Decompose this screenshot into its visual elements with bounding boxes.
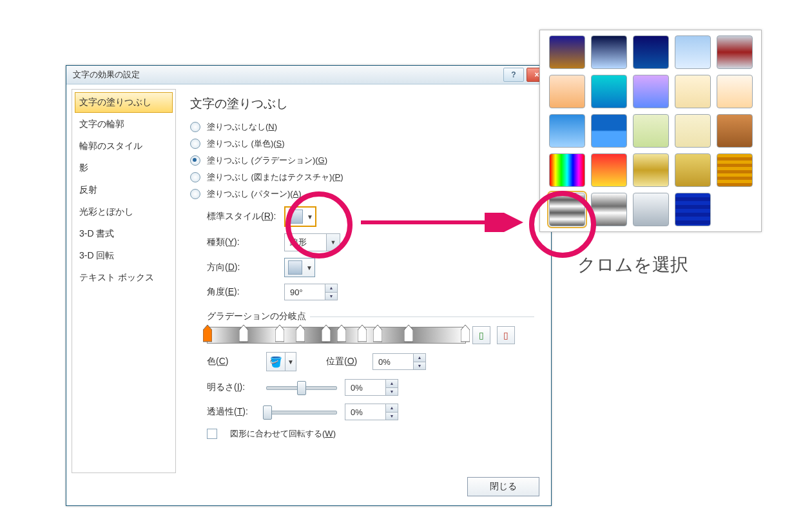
titlebar[interactable]: 文字の効果の設定 ? × bbox=[66, 66, 551, 84]
type-combo[interactable]: 線形 ▼ bbox=[284, 233, 340, 251]
preset-chrome[interactable] bbox=[549, 193, 585, 226]
gradient-stop-handle[interactable] bbox=[461, 325, 470, 343]
radio-icon[interactable] bbox=[190, 189, 200, 199]
gradient-stop-handle[interactable] bbox=[373, 325, 382, 343]
chevron-down-icon: ▼ bbox=[305, 264, 314, 271]
chevron-down-icon[interactable]: ▼ bbox=[386, 413, 398, 420]
chevron-up-icon[interactable]: ▲ bbox=[414, 354, 425, 362]
preset-gradient-popup bbox=[539, 30, 762, 232]
nav-item[interactable]: 光彩とぼかし bbox=[75, 202, 173, 222]
gradient-stop-handle[interactable] bbox=[404, 325, 413, 343]
preset-chrome2[interactable] bbox=[591, 193, 627, 226]
preset-swatch[interactable] bbox=[549, 75, 585, 108]
radio-label: 塗りつぶし (パターン)(A) bbox=[207, 188, 302, 200]
fill-radio-row[interactable]: 塗りつぶし (図またはテクスチャ)(P) bbox=[190, 171, 534, 183]
position-label: 位置(O) bbox=[326, 356, 365, 367]
preset-swatch-icon bbox=[289, 209, 303, 224]
preset-swatch[interactable] bbox=[717, 75, 753, 108]
transparency-spinner[interactable]: 0% ▲▼ bbox=[345, 404, 398, 420]
rotate-with-shape-checkbox[interactable] bbox=[207, 429, 217, 439]
radio-label: 塗りつぶし (単色)(S) bbox=[207, 138, 285, 150]
gradient-stop-handle[interactable] bbox=[275, 325, 284, 343]
chevron-down-icon: ▼ bbox=[305, 213, 314, 220]
nav-item[interactable]: テキスト ボックス bbox=[75, 268, 173, 288]
preset-swatch[interactable] bbox=[591, 75, 627, 108]
radio-icon[interactable] bbox=[190, 122, 200, 132]
fill-radio-row[interactable]: 塗りつぶしなし(N) bbox=[190, 121, 534, 133]
preset-swatch[interactable] bbox=[633, 114, 669, 148]
radio-icon[interactable] bbox=[190, 155, 200, 166]
chevron-up-icon[interactable]: ▲ bbox=[325, 284, 337, 293]
gradient-stop-bar[interactable] bbox=[207, 327, 466, 344]
gradient-stop-handle[interactable] bbox=[296, 325, 305, 343]
slider-thumb-icon[interactable] bbox=[263, 405, 272, 420]
fill-radio-row[interactable]: 塗りつぶし (単色)(S) bbox=[190, 138, 534, 150]
preset-swatch[interactable] bbox=[717, 153, 753, 187]
preset-swatch[interactable] bbox=[675, 153, 711, 187]
slider-thumb-icon[interactable] bbox=[297, 381, 306, 395]
direction-dropdown[interactable]: ▼ bbox=[284, 258, 315, 277]
radio-icon[interactable] bbox=[190, 172, 200, 182]
help-button[interactable]: ? bbox=[503, 68, 524, 82]
chevron-up-icon[interactable]: ▲ bbox=[386, 404, 398, 413]
fill-radio-row[interactable]: 塗りつぶし (パターン)(A) bbox=[190, 188, 534, 200]
transparency-slider[interactable] bbox=[266, 405, 337, 418]
chevron-up-icon[interactable]: ▲ bbox=[386, 380, 398, 388]
paint-bucket-icon: 🪣 bbox=[267, 356, 285, 368]
preset-swatch[interactable] bbox=[549, 153, 585, 187]
brightness-label: 明るさ(I): bbox=[207, 382, 258, 393]
preset-swatch[interactable] bbox=[675, 193, 711, 226]
preset-swatch[interactable] bbox=[717, 114, 753, 148]
fill-panel: 文字の塗りつぶし 塗りつぶしなし(N)塗りつぶし (単色)(S)塗りつぶし (グ… bbox=[176, 89, 546, 473]
chevron-down-icon[interactable]: ▼ bbox=[325, 293, 337, 300]
text-effects-dialog: 文字の効果の設定 ? × 文字の塗りつぶし文字の輪郭輪郭のスタイル影反射光彩とぼ… bbox=[66, 65, 552, 506]
preset-swatch[interactable] bbox=[549, 35, 585, 69]
nav-item[interactable]: 輪郭のスタイル bbox=[75, 136, 173, 157]
preset-swatch[interactable] bbox=[675, 114, 711, 148]
angle-spinner[interactable]: 90° ▲▼ bbox=[284, 284, 338, 300]
nav-item[interactable]: 文字の塗りつぶし bbox=[75, 92, 173, 113]
brightness-value: 0% bbox=[345, 380, 385, 395]
preset-swatch[interactable] bbox=[717, 35, 753, 69]
category-list: 文字の塗りつぶし文字の輪郭輪郭のスタイル影反射光彩とぼかし3-D 書式3-D 回… bbox=[72, 89, 176, 473]
direction-label: 方向(D): bbox=[207, 262, 278, 273]
preset-swatch[interactable] bbox=[591, 153, 627, 187]
preset-swatch[interactable] bbox=[591, 114, 627, 148]
preset-swatch[interactable] bbox=[633, 153, 669, 187]
preset-swatch[interactable] bbox=[675, 75, 711, 108]
color-dropdown[interactable]: 🪣 ▼ bbox=[266, 352, 296, 371]
fill-radio-row[interactable]: 塗りつぶし (グラデーション)(G) bbox=[190, 155, 534, 166]
gradient-stop-handle[interactable] bbox=[322, 325, 331, 343]
add-stop-button[interactable]: ▯ bbox=[472, 326, 490, 344]
type-value: 線形 bbox=[285, 234, 326, 251]
remove-stop-button[interactable]: ▯ bbox=[497, 326, 515, 344]
angle-label: 角度(E): bbox=[207, 286, 278, 298]
brightness-slider[interactable] bbox=[266, 381, 337, 394]
radio-label: 塗りつぶし (グラデーション)(G) bbox=[207, 155, 327, 166]
nav-item[interactable]: 文字の輪郭 bbox=[75, 114, 173, 135]
preset-swatch[interactable] bbox=[675, 35, 711, 69]
gradient-stop-handle[interactable] bbox=[239, 325, 248, 343]
nav-item[interactable]: 3-D 書式 bbox=[75, 224, 173, 244]
chevron-down-icon[interactable]: ▼ bbox=[414, 362, 425, 370]
nav-item[interactable]: 影 bbox=[75, 158, 173, 179]
preset-style-dropdown[interactable]: ▼ bbox=[284, 206, 316, 227]
radio-icon[interactable] bbox=[190, 139, 200, 149]
transparency-label: 透過性(T): bbox=[207, 406, 258, 418]
gradient-stop-handle[interactable] bbox=[203, 325, 212, 343]
preset-swatch[interactable] bbox=[633, 193, 669, 226]
chevron-down-icon[interactable]: ▼ bbox=[386, 388, 398, 396]
close-dialog-button[interactable]: 閉じる bbox=[467, 477, 539, 496]
nav-item[interactable]: 3-D 回転 bbox=[75, 246, 173, 266]
preset-swatch[interactable] bbox=[549, 114, 585, 148]
gradient-stop-handle[interactable] bbox=[358, 325, 367, 343]
position-spinner[interactable]: 0% ▲▼ bbox=[372, 353, 426, 370]
radio-label: 塗りつぶしなし(N) bbox=[207, 121, 277, 133]
preset-swatch[interactable] bbox=[633, 35, 669, 69]
preset-swatch[interactable] bbox=[591, 35, 627, 69]
gradient-stop-handle[interactable] bbox=[337, 325, 346, 343]
nav-item[interactable]: 反射 bbox=[75, 180, 173, 200]
brightness-spinner[interactable]: 0% ▲▼ bbox=[345, 379, 398, 396]
preset-swatch[interactable] bbox=[633, 75, 669, 108]
plus-icon: ▯ bbox=[479, 330, 484, 340]
